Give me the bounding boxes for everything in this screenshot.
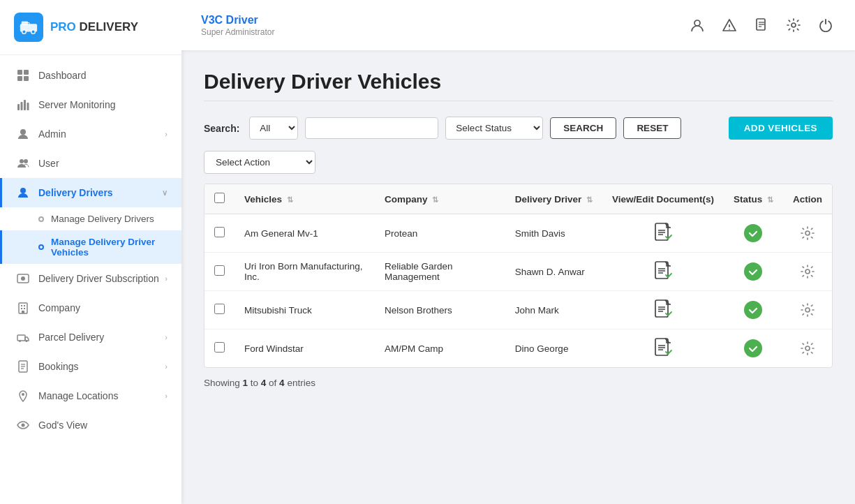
add-vehicles-button[interactable]: ADD VEHICLES [729, 117, 833, 140]
warning-icon[interactable] [720, 15, 739, 35]
topbar-title: V3C Driver Super Administrator [201, 14, 274, 37]
sidebar-item-dashboard[interactable]: Dashboard [0, 61, 181, 90]
row-action-2[interactable] [783, 291, 832, 329]
svg-point-45 [805, 231, 810, 235]
eye-icon [16, 418, 30, 432]
select-all-checkbox[interactable] [214, 193, 225, 203]
svg-point-26 [26, 340, 28, 342]
sidebar-item-user-label: User [38, 158, 168, 169]
search-filter-select[interactable]: All [249, 117, 298, 140]
grid-icon [16, 68, 30, 82]
sort-icon-driver[interactable]: ⇅ [586, 195, 593, 204]
chevron-right-sub-icon: › [165, 274, 168, 283]
notebook-icon [16, 360, 30, 373]
document-edit-icon[interactable] [752, 15, 771, 35]
sidebar-item-admin[interactable]: Admin › [0, 119, 181, 149]
table-row: Mitsubishi Truck Nelson Brothers John Ma… [205, 291, 832, 329]
sort-icon-status[interactable]: ⇅ [767, 195, 773, 204]
row-vehicle-1: Uri Iron Born Manufacturing, Inc. [235, 253, 375, 291]
row-checkbox-cell [205, 329, 235, 368]
svg-point-55 [805, 308, 810, 312]
row-company-2: Nelson Brothers [375, 291, 505, 329]
row-doc-2[interactable] [602, 291, 724, 329]
row-doc-0[interactable] [602, 214, 724, 253]
row-company-0: Protean [375, 214, 505, 253]
logo-brand: PRO [50, 20, 76, 34]
action-select[interactable]: Select Action [204, 151, 315, 174]
table-row: Ford Windstar AM/PM Camp Dino George [205, 329, 832, 368]
profile-icon[interactable] [687, 15, 707, 35]
row-checkbox-0[interactable] [214, 227, 225, 237]
truck-icon [16, 330, 30, 344]
svg-rect-24 [17, 335, 25, 341]
sidebar-item-bookings[interactable]: Bookings › [0, 352, 181, 381]
sidebar-item-delivery-drivers[interactable]: Delivery Drivers ∨ [0, 178, 181, 207]
svg-point-33 [694, 20, 700, 26]
page-content: Delivery Driver Vehicles Search: All Sel… [181, 50, 855, 504]
sub-dot-icon [38, 216, 44, 222]
status-select[interactable]: Select Status [445, 117, 543, 140]
row-driver-1: Shawn D. Anwar [505, 253, 602, 291]
role-text: Super Administrator [201, 27, 274, 37]
search-button[interactable]: SEARCH [550, 117, 616, 139]
sidebar-item-bookings-label: Bookings [38, 361, 165, 372]
sidebar-item-admin-label: Admin [38, 128, 165, 140]
row-action-0[interactable] [783, 214, 832, 253]
sort-icon-vehicles[interactable]: ⇅ [287, 195, 293, 204]
logo-icon [14, 13, 43, 42]
sidebar-item-manage-delivery-driver-vehicles-label: Manage Delivery Driver Vehicles [51, 237, 168, 258]
main-content: V3C Driver Super Administrator Delivery … [181, 0, 855, 504]
row-checkbox-cell [205, 291, 235, 329]
pagination-from: 1 [243, 378, 248, 388]
search-input[interactable] [305, 117, 438, 139]
row-doc-3[interactable] [602, 329, 724, 368]
svg-rect-21 [21, 308, 22, 309]
row-checkbox-1[interactable] [214, 265, 225, 276]
sort-icon-company[interactable]: ⇅ [432, 195, 438, 204]
svg-rect-10 [24, 100, 26, 110]
row-action-3[interactable] [783, 329, 832, 368]
row-vehicle-0: Am General Mv-1 [235, 214, 375, 253]
chevron-right-icon: › [165, 130, 168, 138]
sidebar-item-manage-delivery-driver-vehicles[interactable]: Manage Delivery Driver Vehicles [0, 230, 181, 264]
row-checkbox-3[interactable] [214, 342, 225, 353]
sidebar-item-server-monitoring[interactable]: Server Monitoring [0, 90, 181, 119]
settings-icon[interactable] [784, 15, 803, 35]
sidebar-item-company[interactable]: Company [0, 293, 181, 323]
sidebar-item-server-monitoring-label: Server Monitoring [38, 99, 168, 110]
header-view-edit-doc: View/Edit Document(s) [602, 184, 724, 214]
pagination-total: 4 [279, 378, 285, 388]
table-header: Vehicles ⇅ Company ⇅ Delivery Driver ⇅ V… [205, 184, 832, 214]
svg-rect-5 [24, 70, 29, 75]
sidebar-item-user[interactable]: User [0, 149, 181, 178]
svg-point-12 [20, 129, 26, 135]
sidebar-item-gods-view[interactable]: God's View [0, 410, 181, 440]
row-action-1[interactable] [783, 253, 832, 291]
table-row: Uri Iron Born Manufacturing, Inc. Reliab… [205, 253, 832, 291]
action-bar: Select Action [204, 151, 833, 174]
sidebar-item-subscription-label: Delivery Driver Subscription [38, 273, 165, 284]
sidebar-item-parcel-delivery[interactable]: Parcel Delivery › [0, 323, 181, 352]
logo-text: PRO DELIVERY [50, 20, 138, 34]
sidebar-item-manage-delivery-drivers[interactable]: Manage Delivery Drivers [0, 207, 181, 230]
row-checkbox-cell [205, 214, 235, 253]
sidebar-item-delivery-driver-subscription[interactable]: Delivery Driver Subscription › [0, 264, 181, 293]
svg-rect-23 [22, 311, 24, 313]
row-doc-1[interactable] [602, 253, 724, 291]
page-title: Delivery Driver Vehicles [204, 70, 833, 94]
logo: PRO DELIVERY [0, 0, 181, 55]
svg-point-40 [791, 23, 796, 27]
row-checkbox-2[interactable] [214, 304, 225, 314]
svg-point-31 [22, 393, 24, 396]
sidebar-navigation: Dashboard Server Monitoring Admin › User [0, 55, 181, 504]
power-icon[interactable] [816, 15, 835, 35]
chart-icon [16, 98, 30, 112]
delivery-driver-icon [16, 186, 30, 200]
header-status: Status ⇅ [724, 184, 783, 214]
sidebar-item-manage-locations[interactable]: Manage Locations › [0, 381, 181, 410]
sidebar-item-delivery-drivers-label: Delivery Drivers [38, 187, 162, 198]
reset-button[interactable]: RESET [623, 117, 681, 139]
search-bar: Search: All Select Status SEARCH RESET A… [204, 117, 833, 140]
search-label: Search: [204, 123, 239, 134]
svg-rect-22 [24, 308, 25, 309]
